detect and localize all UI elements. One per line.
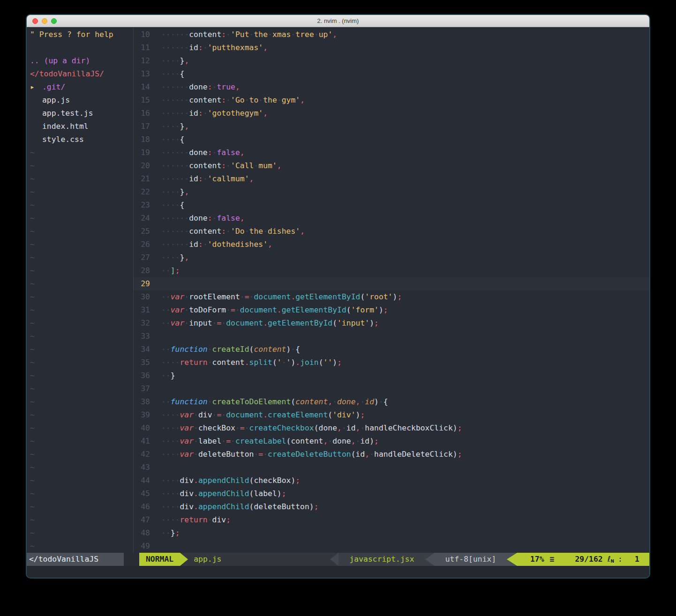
empty-buffer-tilde: ~ [27,238,133,251]
code-line-43[interactable]: 43 [134,461,649,474]
code-line-25[interactable]: 25······content:·'Do·the·dishes', [134,225,649,238]
code-line-27[interactable]: 27····}, [134,251,649,264]
tree-item-app-js[interactable]: app.js [27,94,133,107]
tree-root[interactable]: </todoVanillaJS/ [27,67,133,81]
line-number: 32 [134,317,156,330]
code-line-48[interactable]: 48··}; [134,527,649,540]
code-line-36[interactable]: 36··} [134,369,649,382]
zoom-button[interactable] [51,18,57,24]
position-colon: : [618,553,623,566]
code-line-20[interactable]: 20······content:·'Call·mum', [134,159,649,172]
collapsed-dir-arrow-icon[interactable]: ▸ [30,81,42,94]
code-line-46[interactable]: 46····div.appendChild(deleteButton); [134,500,649,513]
line-number: 29 [134,277,156,290]
code-line-33[interactable]: 33 [134,330,649,343]
empty-buffer-tilde: ~ [27,317,133,330]
code-line-10[interactable]: 10······content:·'Put·the·xmas·tree·up', [134,28,649,41]
empty-buffer-tilde: ~ [27,304,133,317]
code-line-24[interactable]: 24······done:·false, [134,212,649,225]
command-line[interactable] [27,566,649,578]
code-line-text: ··function·createId(content)·{ [156,343,300,356]
code-line-text: ····return·content.split('·').join(''); [156,356,342,369]
empty-buffer-tilde: ~ [27,343,133,356]
file-explorer[interactable]: " Press ? for help.. (up a dir)</todoVan… [27,28,133,553]
filetype-segment: javascript.jsx [338,553,425,566]
code-line-39[interactable]: 39····var·div·=·document.createElement('… [134,408,649,422]
powerline-chevron-left-icon [330,553,338,566]
code-line-34[interactable]: 34··function·createId(content)·{ [134,343,649,356]
code-line-41[interactable]: 41····var·label·=·createLabel(content,·d… [134,435,649,448]
code-line-22[interactable]: 22····}, [134,186,649,199]
tree-item-index-html[interactable]: index.html [27,120,133,133]
titlebar[interactable]: 2. nvim . (nvim) [27,15,649,27]
code-line-16[interactable]: 16······id:·'gotothegym', [134,107,649,120]
line-number: 47 [134,513,156,527]
code-line-text: ······content:·'Do·the·dishes', [156,225,305,238]
line-number: 21 [134,172,156,186]
empty-buffer-tilde: ~ [27,146,133,159]
code-line-23[interactable]: 23····{ [134,199,649,212]
code-line-15[interactable]: 15······content:·'Go·to·the·gym', [134,94,649,107]
code-line-text [156,540,161,553]
code-line-18[interactable]: 18····{ [134,133,649,146]
code-line-38[interactable]: 38··function·createToDoElement(content,·… [134,395,649,408]
code-line-30[interactable]: 30··var·rootElement·=·document.getElemen… [134,290,649,304]
code-line-49[interactable]: 49 [134,540,649,553]
code-line-11[interactable]: 11······id:·'putthexmas', [134,41,649,54]
code-editor[interactable]: 10······content:·'Put·the·xmas·tree·up',… [134,28,649,553]
empty-buffer-tilde: ~ [27,369,133,382]
code-line-35[interactable]: 35····return·content.split('·').join('')… [134,356,649,369]
line-number: 30 [134,290,156,304]
empty-buffer-tilde: ~ [27,330,133,343]
traffic-lights [32,18,57,24]
code-line-37[interactable]: 37 [134,382,649,395]
code-line-44[interactable]: 44····div.appendChild(checkBox); [134,474,649,487]
code-line-31[interactable]: 31··var·toDoForm·=·document.getElementBy… [134,304,649,317]
line-number: 28 [134,264,156,277]
code-line-26[interactable]: 26······id:·'dothedishes', [134,238,649,251]
empty-buffer-tilde: ~ [27,500,133,513]
code-line-45[interactable]: 45····div.appendChild(label); [134,487,649,500]
code-line-text: ··]; [156,264,180,277]
cursor-position: 29/162 [575,553,602,566]
code-line-text: ······content:·'Go·to·the·gym', [156,94,305,107]
code-line-32[interactable]: 32··var·input·=·document.getElementById(… [134,317,649,330]
empty-buffer-tilde: ~ [27,540,133,553]
empty-buffer-tilde: ~ [27,199,133,212]
tree-item-label: index.html [42,122,89,131]
empty-buffer-tilde: ~ [27,461,133,474]
sidebar-statusline: </todoVanillaJS [27,553,124,566]
tree-item-app-test-js[interactable]: app.test.js [27,107,133,120]
tree-item-style-css[interactable]: style.css [27,133,133,146]
code-line-text: ······id:·'dothedishes', [156,238,272,251]
code-line-text: ······done:·false, [156,212,245,225]
code-line-13[interactable]: 13····{ [134,67,649,81]
line-number: 16 [134,107,156,120]
code-line-19[interactable]: 19······done:·false, [134,146,649,159]
code-line-14[interactable]: 14······done:·true, [134,81,649,94]
empty-buffer-tilde: ~ [27,448,133,461]
code-line-17[interactable]: 17····}, [134,120,649,133]
empty-buffer-tilde: ~ [27,513,133,527]
code-line-47[interactable]: 47····return·div; [134,513,649,527]
minimize-button[interactable] [42,18,47,24]
line-number: 14 [134,81,156,94]
code-line-40[interactable]: 40····var·checkBox·=·createCheckbox(done… [134,422,649,435]
tree-item-git[interactable]: ▸.git/ [27,81,133,94]
code-line-text: ····}, [156,54,189,67]
code-line-text: ··var·toDoForm·=·document.getElementById… [156,304,388,317]
line-number: 34 [134,343,156,356]
line-number: 40 [134,422,156,435]
code-line-21[interactable]: 21······id:·'callmum', [134,172,649,186]
mode-indicator: NORMAL [139,553,180,566]
code-line-12[interactable]: 12····}, [134,54,649,67]
line-number: 10 [134,28,156,41]
code-line-text: ····{ [156,67,184,81]
close-button[interactable] [32,18,38,24]
code-line-42[interactable]: 42····var·deleteButton·=·createDeleteBut… [134,448,649,461]
line-number: 46 [134,500,156,513]
tree-up-dir[interactable]: .. (up a dir) [27,54,133,67]
tree-help-line[interactable]: " Press ? for help [27,28,133,41]
code-line-28[interactable]: 28··]; [134,264,649,277]
code-line-29[interactable]: 29 [134,277,649,290]
